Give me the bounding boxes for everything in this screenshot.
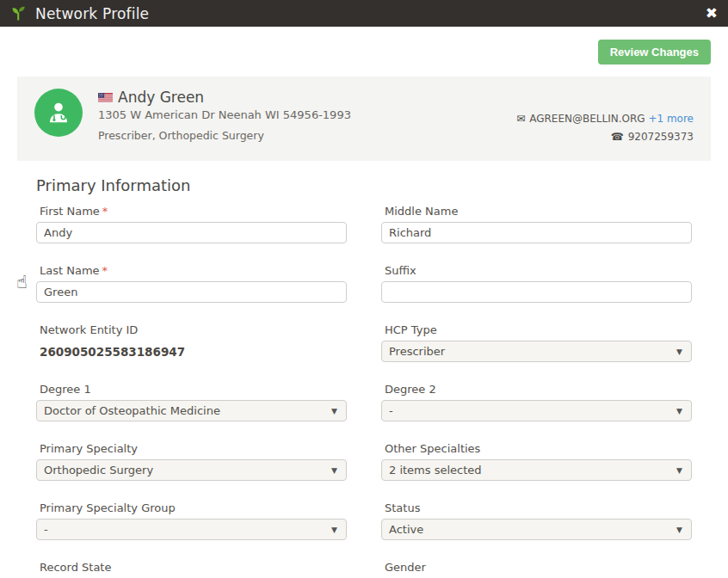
field-record-state: Record State ▼ (36, 561, 347, 578)
field-first-name: First Name* (36, 205, 347, 243)
status-label: Status (381, 501, 692, 514)
chevron-down-icon: ▼ (676, 407, 682, 415)
profile-header-card: Andy Green 1305 W American Dr Neenah WI … (17, 77, 711, 161)
close-icon[interactable]: ✖ (706, 6, 718, 21)
network-entity-id-label: Network Entity ID (36, 323, 347, 336)
profile-main: Andy Green 1305 W American Dr Neenah WI … (98, 89, 351, 149)
review-row: Review Changes (17, 40, 711, 65)
field-degree-1: Degree 1 Doctor of Osteopathic Medicine▼ (36, 383, 347, 421)
hcp-type-select[interactable]: Prescriber▼ (381, 341, 692, 362)
app-logo-leaf-icon (10, 5, 28, 22)
gender-label: Gender (381, 561, 692, 574)
mail-icon: ✉ (516, 113, 525, 125)
us-flag-icon (98, 93, 113, 102)
chevron-down-icon: ▼ (331, 466, 337, 475)
hcp-type-label: HCP Type (381, 323, 692, 336)
field-hcp-type: HCP Type Prescriber▼ (381, 323, 692, 362)
chevron-down-icon: ▼ (676, 526, 682, 534)
section-title-primary-information: Primary Information (36, 176, 692, 194)
degree-2-label: Degree 2 (381, 383, 692, 396)
degree-1-select[interactable]: Doctor of Osteopathic Medicine▼ (36, 400, 347, 421)
required-asterisk: * (102, 205, 108, 218)
doctor-icon (45, 99, 72, 126)
last-name-label: Last Name (40, 264, 100, 277)
field-last-name: Last Name* (36, 264, 347, 303)
middle-name-input[interactable] (381, 222, 692, 243)
field-network-entity-id: Network Entity ID 260905025583186947 (36, 323, 347, 362)
field-degree-2: Degree 2 -▼ (381, 383, 692, 421)
field-primary-specialty: Primary Specialty Orthopedic Surgery▼ (36, 442, 347, 481)
field-middle-name: Middle Name (381, 205, 692, 243)
chevron-down-icon: ▼ (331, 526, 337, 534)
first-name-label: First Name (40, 205, 100, 218)
chevron-down-icon: ▼ (331, 407, 337, 415)
degree-1-label: Degree 1 (36, 383, 347, 396)
field-suffix: Suffix (381, 264, 692, 303)
record-state-label: Record State (36, 561, 347, 574)
review-changes-button[interactable]: Review Changes (598, 40, 711, 65)
profile-contact: ✉AGREEN@BELLIN.ORG +1 more ☎9207259373 (516, 89, 694, 149)
required-asterisk: * (102, 264, 108, 277)
profile-email: AGREEN@BELLIN.ORG (529, 113, 645, 125)
other-specialties-label: Other Specialties (381, 442, 692, 455)
middle-name-label: Middle Name (381, 205, 692, 218)
field-other-specialties: Other Specialties 2 items selected▼ (381, 442, 692, 481)
last-name-input[interactable] (36, 281, 347, 303)
page-title: Network Profile (35, 5, 149, 22)
other-specialties-select[interactable]: 2 items selected▼ (381, 459, 692, 481)
primary-specialty-group-select[interactable]: -▼ (36, 519, 347, 540)
profile-phone: 9207259373 (628, 131, 694, 143)
first-name-input[interactable] (36, 222, 347, 243)
degree-2-select[interactable]: -▼ (381, 400, 692, 421)
field-status: Status Active▼ (381, 501, 692, 540)
network-entity-id-value: 260905025583186947 (36, 341, 347, 359)
primary-specialty-select[interactable]: Orthopedic Surgery▼ (36, 459, 347, 481)
profile-role: Prescriber, Orthopedic Surgery (98, 129, 351, 142)
field-gender: Gender ▼ (381, 561, 692, 578)
titlebar: Network Profile ✖ (0, 0, 728, 27)
field-primary-specialty-group: Primary Specialty Group -▼ (36, 501, 347, 540)
avatar (34, 89, 83, 137)
primary-specialty-label: Primary Specialty (36, 442, 347, 455)
chevron-down-icon: ▼ (676, 466, 682, 475)
suffix-label: Suffix (381, 264, 692, 277)
profile-name: Andy Green (118, 89, 204, 106)
primary-information-form: First Name* Middle Name Last Name* Suffi… (36, 205, 692, 578)
primary-specialty-group-label: Primary Specialty Group (36, 501, 347, 514)
chevron-down-icon: ▼ (676, 347, 682, 356)
mouse-cursor-icon: ☝ (16, 272, 28, 292)
profile-address: 1305 W American Dr Neenah WI 54956-1993 (98, 108, 351, 121)
email-more-link[interactable]: +1 more (648, 113, 694, 125)
phone-icon: ☎ (611, 131, 624, 143)
suffix-input[interactable] (381, 281, 692, 303)
status-select[interactable]: Active▼ (381, 519, 692, 540)
